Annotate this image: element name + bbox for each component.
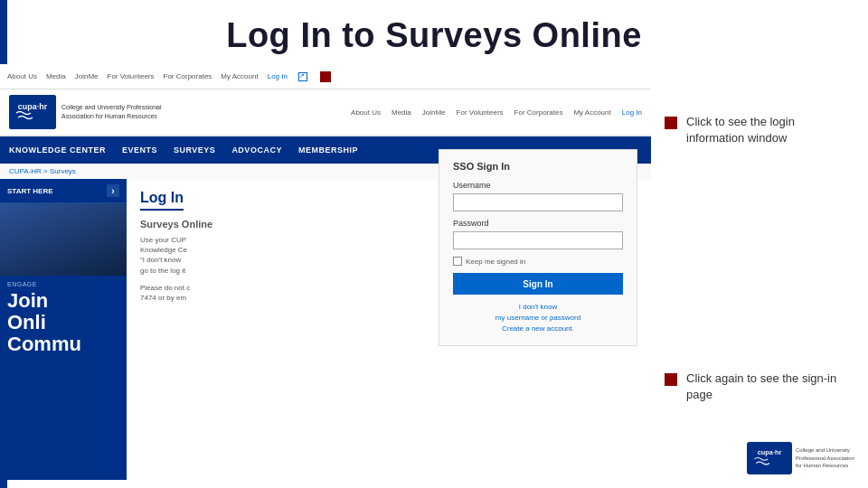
- site-content: START HERE › ENGAGE Join Onli Commu: [0, 179, 651, 480]
- sso-section: SSO Sign In Username Password Keep me si…: [439, 149, 637, 346]
- sso-title: SSO Sign In: [453, 161, 623, 172]
- header-nav-about[interactable]: About Us: [351, 108, 381, 117]
- red-square-indicator: [320, 71, 331, 82]
- nav-knowledge[interactable]: KNOWLEDGE CENTER: [9, 145, 106, 155]
- engage-label: ENGAGE: [7, 281, 119, 287]
- annotation-block-second: Click again to see the sign-in page: [665, 357, 854, 417]
- start-here-arrow: ›: [107, 184, 119, 197]
- site-main: SSO Sign In Username Password Keep me si…: [127, 179, 651, 480]
- topnav-item[interactable]: For Corporates: [164, 72, 212, 80]
- annotation-text-second: Click again to see the sign-in page: [686, 371, 854, 403]
- bottom-logo: cupa·hr College and University Professio…: [747, 442, 854, 474]
- external-link-icon[interactable]: [298, 72, 307, 81]
- annotation-spacer: [665, 160, 854, 356]
- start-here-label: START HERE: [7, 187, 53, 195]
- header-nav-corporate[interactable]: For Corporates: [514, 108, 563, 117]
- keep-signed-checkbox[interactable]: [453, 257, 462, 266]
- bottom-logo-icon: cupa·hr: [747, 442, 792, 474]
- login-heading: Log In: [140, 190, 184, 211]
- header-nav-media[interactable]: Media: [392, 108, 411, 117]
- annotation-diamond-second: [665, 373, 677, 386]
- username-label: Username: [453, 181, 623, 190]
- logo-icon: cupa·hr: [9, 95, 56, 129]
- nav-membership[interactable]: MEMBERSHIP: [298, 145, 358, 155]
- topnav-item[interactable]: Media: [46, 72, 66, 80]
- content-area: About Us Media JoinMe For Volunteers For…: [0, 64, 868, 480]
- sign-in-button[interactable]: Sign In: [453, 273, 623, 295]
- header-nav-volunteers[interactable]: For Volunteers: [457, 108, 504, 117]
- topnav-item[interactable]: JoinMe: [75, 72, 99, 80]
- site-sidebar: START HERE › ENGAGE Join Onli Commu: [0, 179, 127, 480]
- annotation-block-first: Click to see the login information windo…: [665, 100, 854, 160]
- site-header: cupa·hr College and University Professio…: [0, 89, 651, 136]
- header-nav-myaccount[interactable]: My Account: [573, 108, 610, 117]
- screenshot-container: About Us Media JoinMe For Volunteers For…: [0, 64, 651, 480]
- forgot-link[interactable]: I don't know my username or password Cre…: [453, 302, 623, 334]
- topnav-item[interactable]: For Volunteers: [108, 72, 155, 80]
- annotation-text-first: Click to see the login information windo…: [686, 114, 854, 146]
- nav-surveys[interactable]: SURVEYS: [174, 145, 215, 155]
- sidebar-image: [0, 203, 127, 276]
- website-mockup: About Us Media JoinMe For Volunteers For…: [0, 64, 651, 480]
- topnav-item[interactable]: About Us: [7, 72, 37, 80]
- engage-title: Join Onli Commu: [7, 290, 119, 356]
- nav-advocacy[interactable]: ADVOCACY: [231, 145, 282, 155]
- logo-tagline: College and University Professional Asso…: [61, 103, 162, 121]
- header-nav: About Us Media JoinMe For Volunteers For…: [351, 108, 642, 117]
- logo-box: cupa·hr College and University Professio…: [9, 95, 162, 129]
- username-input[interactable]: [453, 193, 623, 211]
- password-input[interactable]: [453, 231, 623, 249]
- svg-text:cupa·hr: cupa·hr: [18, 102, 48, 111]
- annotation-diamond-first: [665, 117, 677, 129]
- svg-rect-0: [9, 95, 56, 129]
- svg-text:cupa·hr: cupa·hr: [758, 448, 782, 456]
- header-nav-join[interactable]: JoinMe: [422, 108, 446, 117]
- sidebar-engage: ENGAGE Join Onli Commu: [0, 276, 127, 361]
- page-title: Log In to Surveys Online: [0, 0, 868, 64]
- annotation-panel: Click to see the login information windo…: [651, 64, 868, 480]
- header-nav-login[interactable]: Log In: [622, 108, 642, 117]
- keep-signed-label: Keep me signed in: [466, 258, 525, 266]
- nav-events[interactable]: EVENTS: [122, 145, 157, 155]
- bottom-logo-text: College and University Professional Asso…: [796, 446, 854, 469]
- keep-signed-row: Keep me signed in: [453, 257, 623, 266]
- password-label: Password: [453, 219, 623, 228]
- topnav-login[interactable]: Log In: [268, 72, 288, 80]
- start-here-button[interactable]: START HERE ›: [0, 179, 127, 203]
- site-topnav: About Us Media JoinMe For Volunteers For…: [0, 64, 651, 89]
- topnav-item[interactable]: My Account: [221, 72, 258, 80]
